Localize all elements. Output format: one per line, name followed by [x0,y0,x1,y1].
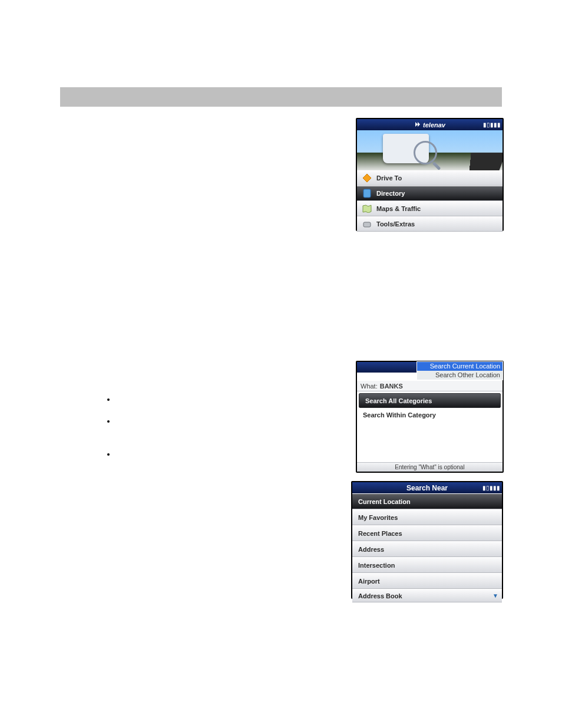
device-screenshot-main-menu: telenav ▮▯▮▮▮ Drive To Directory Maps & … [356,118,504,231]
signal-icon: ▮▯▮▮▮ [483,121,501,128]
drive-to-icon [362,173,372,183]
magnifier-icon [414,141,437,164]
dropdown-option-other-location[interactable]: Search Other Location [417,371,503,380]
svg-rect-1 [363,222,371,227]
menu-label: Tools/Extras [376,220,415,228]
screen-title: Search Near [406,484,448,492]
device-header: Search Current Location Search Other Loc… [357,362,503,373]
section-divider-bar [60,87,502,107]
menu-item-tools-extras[interactable]: Tools/Extras [357,216,503,232]
bullet-2 [115,417,316,425]
what-input[interactable] [379,382,499,390]
list-item-address[interactable]: Address [352,541,502,557]
list-item-my-favorites[interactable]: My Favorites [352,509,502,525]
menu-label: Drive To [376,174,402,182]
dropdown-option-current-location[interactable]: Search Current Location [417,362,503,371]
menu-item-maps-traffic[interactable]: Maps & Traffic [357,201,503,216]
device-header: Search Near ▮▯▮▮▮ [352,482,502,493]
maps-icon [362,203,372,214]
signal-icon: ▮▯▮▮▮ [482,485,500,491]
footer-hint: Entering "What" is optional [357,462,503,472]
tools-icon [362,219,372,229]
device-screenshot-search-categories: Search Current Location Search Other Loc… [356,361,504,473]
banner-image [357,130,503,170]
bullet-3 [115,450,316,458]
list-item-address-book[interactable]: Address Book ▼ [352,589,502,602]
directory-icon [362,188,372,199]
what-field-row: What: [357,381,503,391]
chevron-down-icon: ▼ [492,592,498,599]
row-search-all-categories[interactable]: Search All Categories [359,393,501,408]
telenav-logo: telenav [414,121,445,129]
row-search-within-category[interactable]: Search Within Category [357,410,503,420]
what-label: What: [361,383,378,390]
svg-rect-0 [363,189,371,197]
menu-label: Directory [376,190,405,197]
device-header: telenav ▮▯▮▮▮ [357,119,503,130]
list-item-recent-places[interactable]: Recent Places [352,525,502,541]
menu-item-drive-to[interactable]: Drive To [357,170,503,186]
list-item-airport[interactable]: Airport [352,573,502,589]
menu-item-directory[interactable]: Directory [357,186,503,201]
main-menu-list: Drive To Directory Maps & Traffic Tools/… [357,170,503,232]
menu-label: Maps & Traffic [376,205,421,212]
bullet-1 [115,395,316,403]
device-screenshot-search-near: Search Near ▮▯▮▮▮ Current Location My Fa… [351,481,503,599]
location-dropdown-overlay: Search Current Location Search Other Loc… [416,361,503,380]
list-item-intersection[interactable]: Intersection [352,557,502,573]
list-item-current-location[interactable]: Current Location [352,493,502,509]
search-near-list: Current Location My Favorites Recent Pla… [352,493,502,602]
